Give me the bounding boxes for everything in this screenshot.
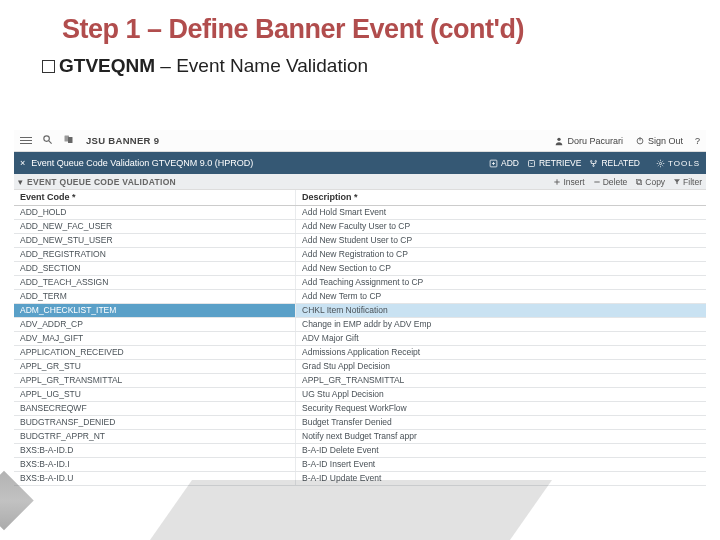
cell-desc: APPL_GR_TRANSMITTAL <box>296 374 706 387</box>
table-row[interactable]: ADM_CHECKLIST_ITEMCHKL Item Notification <box>14 304 706 318</box>
svg-point-11 <box>591 160 593 162</box>
help-button[interactable]: ? <box>695 136 700 146</box>
cell-desc: Add New Term to CP <box>296 290 706 303</box>
sign-out-label: Sign Out <box>648 136 683 146</box>
search-icon[interactable] <box>42 134 53 147</box>
cell-code: BXS:B-A-ID.D <box>14 444 296 457</box>
svg-point-4 <box>558 137 561 140</box>
svg-point-13 <box>593 165 595 167</box>
copy-label: Copy <box>645 177 665 187</box>
tools-label: TOOLS <box>668 159 700 168</box>
table-row[interactable]: ADD_NEW_FAC_USERAdd New Faculty User to … <box>14 220 706 234</box>
cell-code: BXS:B-A-ID.I <box>14 458 296 471</box>
copy-button[interactable]: Copy <box>635 177 665 187</box>
code-desc: – Event Name Validation <box>155 55 368 76</box>
cell-desc: B-A-ID Delete Event <box>296 444 706 457</box>
retrieve-button[interactable]: RETRIEVE <box>527 158 582 168</box>
table-row[interactable]: ADD_SECTIONAdd New Section to CP <box>14 262 706 276</box>
cell-code: APPL_GR_TRANSMITTAL <box>14 374 296 387</box>
table-row[interactable]: APPL_GR_STUGrad Stu Appl Decision <box>14 360 706 374</box>
table-row[interactable]: ADD_NEW_STU_USERAdd New Student User to … <box>14 234 706 248</box>
app-topbar: JSU BANNER 9 Doru Pacurari Sign Out ? <box>14 130 706 152</box>
cell-code: ADD_HOLD <box>14 206 296 219</box>
table-row[interactable]: ADD_TEACH_ASSIGNAdd Teaching Assignment … <box>14 276 706 290</box>
collapse-icon[interactable]: ▾ <box>18 177 23 187</box>
table-row[interactable]: BXS:B-A-ID.DB-A-ID Delete Event <box>14 444 706 458</box>
add-button[interactable]: ADD <box>489 158 519 168</box>
cell-code: ADD_SECTION <box>14 262 296 275</box>
cell-code: ADD_NEW_STU_USER <box>14 234 296 247</box>
close-icon[interactable]: × <box>20 158 25 168</box>
cell-code: APPLICATION_RECEIVED <box>14 346 296 359</box>
user-menu[interactable]: Doru Pacurari <box>554 136 623 146</box>
table-row[interactable]: BUDGTRF_APPR_NTNotify next Budget Transf… <box>14 430 706 444</box>
cell-code: ADD_TEACH_ASSIGN <box>14 276 296 289</box>
cell-desc: Add Teaching Assignment to CP <box>296 276 706 289</box>
cell-desc: Add New Section to CP <box>296 262 706 275</box>
app-screenshot: JSU BANNER 9 Doru Pacurari Sign Out ? × … <box>14 130 706 530</box>
cell-desc: Add Hold Smart Event <box>296 206 706 219</box>
cell-desc: Grad Stu Appl Decision <box>296 360 706 373</box>
cell-code: ADD_TERM <box>14 290 296 303</box>
page-header: × Event Queue Code Validation GTVEQNM 9.… <box>14 152 706 174</box>
section-bar: ▾ EVENT QUEUE CODE VALIDATION Insert Del… <box>14 174 706 190</box>
add-label: ADD <box>501 158 519 168</box>
retrieve-label: RETRIEVE <box>539 158 582 168</box>
cell-desc: CHKL Item Notification <box>296 304 706 317</box>
tools-button[interactable]: TOOLS <box>656 159 700 168</box>
table-row[interactable]: APPLICATION_RECEIVEDAdmissions Applicati… <box>14 346 706 360</box>
svg-rect-19 <box>638 180 642 184</box>
table-row[interactable]: ADV_ADDR_CPChange in EMP addr by ADV Emp <box>14 318 706 332</box>
slide-title: Step 1 – Define Banner Event (cont'd) <box>0 0 720 51</box>
cell-desc: Change in EMP addr by ADV Emp <box>296 318 706 331</box>
table-row[interactable]: APPL_GR_TRANSMITTALAPPL_GR_TRANSMITTAL <box>14 374 706 388</box>
col-header-code[interactable]: Event Code * <box>14 190 296 205</box>
svg-rect-18 <box>637 179 641 183</box>
cell-code: APPL_GR_STU <box>14 360 296 373</box>
table-row[interactable]: ADV_MAJ_GIFTADV Major Gift <box>14 332 706 346</box>
sign-out-button[interactable]: Sign Out <box>635 136 683 146</box>
cell-desc: Add New Registration to CP <box>296 248 706 261</box>
page-title: Event Queue Code Validation GTVEQNM 9.0 … <box>31 158 489 168</box>
svg-rect-6 <box>640 137 641 140</box>
cell-desc: ADV Major Gift <box>296 332 706 345</box>
cell-desc: Notify next Budget Transf appr <box>296 430 706 443</box>
table-row[interactable]: APPL_UG_STUUG Stu Appl Decision <box>14 388 706 402</box>
table-row[interactable]: BUDGTRANSF_DENIEDBudget Transfer Denied <box>14 416 706 430</box>
table-row[interactable]: ADD_REGISTRATIONAdd New Registration to … <box>14 248 706 262</box>
cell-code: APPL_UG_STU <box>14 388 296 401</box>
cell-desc: Add New Student User to CP <box>296 234 706 247</box>
svg-point-14 <box>659 162 661 164</box>
col-header-desc[interactable]: Description * <box>296 190 706 205</box>
delete-label: Delete <box>603 177 628 187</box>
cell-code: ADV_ADDR_CP <box>14 318 296 331</box>
insert-button[interactable]: Insert <box>553 177 584 187</box>
cell-desc: B-A-ID Insert Event <box>296 458 706 471</box>
table-row[interactable]: BXS:B-A-ID.IB-A-ID Insert Event <box>14 458 706 472</box>
cell-desc: UG Stu Appl Decision <box>296 388 706 401</box>
bullet-box-icon <box>42 60 55 73</box>
filter-button[interactable]: Filter <box>673 177 702 187</box>
data-table: Event Code * Description * ADD_HOLDAdd H… <box>14 190 706 486</box>
related-label: RELATED <box>601 158 640 168</box>
slide-subtitle: GTVEQNM – Event Name Validation <box>0 51 720 87</box>
recent-icon[interactable] <box>63 134 76 147</box>
svg-rect-3 <box>68 137 73 143</box>
table-row[interactable]: ADD_HOLDAdd Hold Smart Event <box>14 206 706 220</box>
svg-point-12 <box>595 160 597 162</box>
app-brand: JSU BANNER 9 <box>86 135 159 146</box>
insert-label: Insert <box>563 177 584 187</box>
table-row[interactable]: ADD_TERMAdd New Term to CP <box>14 290 706 304</box>
table-row[interactable]: BANSECREQWFSecurity Request WorkFlow <box>14 402 706 416</box>
cell-code: ADM_CHECKLIST_ITEM <box>14 304 296 317</box>
cell-code: BUDGTRF_APPR_NT <box>14 430 296 443</box>
delete-button[interactable]: Delete <box>593 177 628 187</box>
table-header-row: Event Code * Description * <box>14 190 706 206</box>
related-button[interactable]: RELATED <box>589 158 640 168</box>
cell-desc: Security Request WorkFlow <box>296 402 706 415</box>
cell-desc: Budget Transfer Denied <box>296 416 706 429</box>
cell-code: BANSECREQWF <box>14 402 296 415</box>
cell-code: ADD_NEW_FAC_USER <box>14 220 296 233</box>
code-name: GTVEQNM <box>59 55 155 76</box>
menu-icon[interactable] <box>20 135 32 146</box>
